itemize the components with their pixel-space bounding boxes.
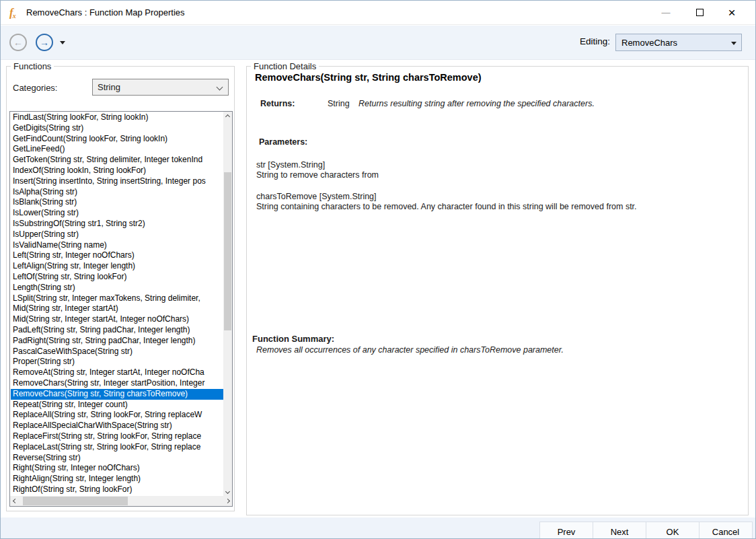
scroll-up-arrow[interactable] [223, 112, 232, 122]
chevron-down-icon [217, 84, 223, 91]
footer-buttons: Prev Next OK Cancel [540, 522, 753, 539]
scroll-right-arrow[interactable] [223, 496, 233, 506]
fx-function-icon: fx [9, 6, 23, 20]
ok-button[interactable]: OK [646, 522, 700, 539]
list-item[interactable]: IndexOf(String lookIn, String lookFor) [11, 166, 223, 176]
maximize-icon [696, 9, 704, 16]
list-item[interactable]: Left(String str, Integer noOfChars) [11, 250, 223, 261]
maximize-button[interactable] [684, 1, 715, 24]
returns-description: Returns resulting string after removing … [358, 99, 595, 108]
list-item[interactable]: IsAlpha(String str) [11, 187, 223, 198]
list-item[interactable]: Insert(String insertInto, String insertS… [11, 176, 223, 187]
list-item[interactable]: Mid(String str, Integer startAt) [11, 303, 223, 314]
list-item[interactable]: IsBlank(String str) [11, 197, 223, 208]
horizontal-scrollbar-thumb[interactable] [23, 497, 128, 505]
chevron-down-icon [731, 42, 736, 45]
prev-button[interactable]: Prev [539, 522, 593, 539]
minimize-icon: — [662, 7, 671, 17]
list-item[interactable]: RemoveChars(String str, String charsToRe… [11, 389, 223, 400]
back-button[interactable]: ← [9, 34, 27, 51]
parameter-description: String to remove characters from [256, 170, 379, 180]
chevron-up-icon [225, 114, 230, 119]
returns-type: String [328, 99, 350, 108]
categories-combobox[interactable]: String [92, 79, 229, 96]
editing-combobox[interactable]: RemoveChars [615, 34, 742, 51]
window-title: RemoveChars : Function Map Properties [26, 7, 185, 17]
function-details-groupbox: Function Details RemoveChars(String str,… [246, 66, 749, 515]
dialog-window: fx RemoveChars : Function Map Properties… [0, 0, 756, 539]
functions-groupbox-title: Functions [11, 61, 54, 71]
list-item[interactable]: PadLeft(String str, String padChar, Inte… [11, 325, 223, 336]
minimize-button[interactable]: — [650, 1, 681, 24]
list-item[interactable]: PadRight(String str, String padChar, Int… [11, 336, 223, 347]
horizontal-scrollbar[interactable] [10, 496, 233, 506]
list-item[interactable]: IsUpper(String str) [11, 229, 223, 240]
list-item[interactable]: LeftAlign(String str, Integer length) [11, 261, 223, 272]
functions-list: FindLast(String lookFor, String lookIn)G… [11, 112, 223, 496]
list-item[interactable]: Proper(String str) [11, 357, 223, 367]
parameters-label: Parameters: [259, 137, 307, 147]
returns-label: Returns: [260, 99, 295, 108]
scroll-left-arrow[interactable] [10, 496, 20, 506]
list-item[interactable]: Reverse(String str) [11, 453, 223, 464]
circle-arrow-left-icon: ← [13, 38, 23, 47]
list-item[interactable]: GetFindCount(String lookFor, String look… [11, 134, 223, 145]
list-item[interactable]: ReplaceAllSpecialCharWithSpace(String st… [11, 421, 223, 431]
vertical-scrollbar[interactable] [223, 112, 232, 497]
editing-label: Editing: [580, 36, 610, 46]
parameter-description: String containing characters to be remov… [256, 202, 637, 211]
list-item[interactable]: RemoveAt(String str, Integer startAt, In… [11, 367, 223, 378]
cancel-button[interactable]: Cancel [699, 522, 753, 539]
list-item[interactable]: ReplaceAll(String str, String lookFor, S… [11, 410, 223, 421]
footer-bar: Prev Next OK Cancel [1, 517, 755, 539]
parameter-name: str [System.String] [256, 160, 325, 170]
list-item[interactable]: Length(String str) [11, 283, 223, 293]
function-details-groupbox-title: Function Details [251, 61, 319, 71]
close-icon: × [728, 5, 735, 20]
circle-arrow-right-icon: → [40, 38, 49, 47]
function-summary-label: Function Summary: [252, 334, 334, 344]
list-item[interactable]: ReplaceFirst(String str, String lookFor,… [11, 431, 223, 442]
vertical-scrollbar-thumb[interactable] [224, 172, 231, 330]
list-item[interactable]: GetLineFeed() [11, 144, 223, 155]
list-item[interactable]: LSplit(String str, Integer maxTokens, St… [11, 293, 223, 304]
list-item[interactable]: Repeat(String str, Integer count) [11, 400, 223, 410]
parameter-name: charsToRemove [System.String] [256, 192, 377, 201]
list-item[interactable]: RightAlign(String str, Integer length) [11, 474, 223, 484]
list-item[interactable]: RightOf(String str, String lookFor) [11, 484, 223, 495]
chevron-left-icon [13, 499, 17, 503]
functions-groupbox: Functions Categories: String FindLast(St… [6, 66, 235, 511]
function-summary-text: Removes all occurrences of any character… [256, 345, 564, 355]
editing-combobox-value: RemoveChars [621, 38, 677, 48]
list-item[interactable]: IsValidName(String name) [11, 240, 223, 251]
close-button[interactable]: × [716, 1, 747, 24]
forward-button[interactable]: → [36, 34, 53, 51]
list-item[interactable]: ReplaceLast(String str, String lookFor, … [11, 442, 223, 453]
list-item[interactable]: IsLower(String str) [11, 208, 223, 219]
list-item[interactable]: IsSubstringOf(String str1, String str2) [11, 219, 223, 229]
forward-dropdown-caret-icon[interactable] [60, 41, 65, 44]
list-item[interactable]: FindLast(String lookFor, String lookIn) [11, 112, 223, 123]
chevron-down-icon [225, 489, 230, 494]
function-signature: RemoveChars(String str, String charsToRe… [255, 72, 482, 83]
list-item[interactable]: PascalCaseWithSpace(String str) [11, 347, 223, 357]
scroll-down-arrow[interactable] [223, 487, 232, 497]
next-button[interactable]: Next [593, 522, 646, 539]
list-item[interactable]: Mid(String str, Integer startAt, Integer… [11, 314, 223, 325]
categories-label: Categories: [13, 83, 57, 93]
list-item[interactable]: GetDigits(String str) [11, 123, 223, 134]
functions-listbox[interactable]: FindLast(String lookFor, String lookIn)G… [9, 111, 233, 507]
list-item[interactable]: LeftOf(String str, String lookFor) [11, 272, 223, 283]
categories-combobox-value: String [98, 82, 120, 92]
list-item[interactable]: GetToken(String str, String delimiter, I… [11, 155, 223, 166]
list-item[interactable]: Right(String str, Integer noOfChars) [11, 463, 223, 474]
title-bar: fx RemoveChars : Function Map Properties… [1, 1, 755, 25]
chevron-right-icon [225, 499, 230, 503]
list-item[interactable]: RemoveChars(String str, Integer startPos… [11, 378, 223, 389]
toolbar: ← → Editing: RemoveChars [1, 26, 755, 60]
